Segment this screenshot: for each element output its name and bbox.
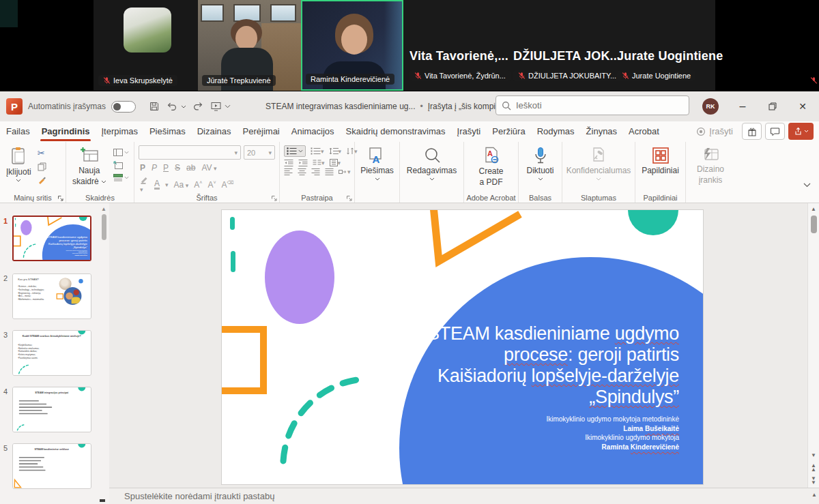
video-tile-1[interactable]: Ieva Skrupskelytė xyxy=(94,0,198,91)
previous-slide-button[interactable]: ▲▲ xyxy=(808,464,819,472)
slide-thumbnail-5[interactable]: STEAM kasdieninėse veiklose xyxy=(12,443,91,489)
tab-pagrindinis[interactable]: Pagrindinis xyxy=(42,122,90,141)
participant-entry[interactable]: Jurate Uogintiene Jurate Uogintiene xyxy=(611,0,715,91)
autosave-toggle[interactable] xyxy=(111,101,136,113)
tab-perejimai[interactable]: Perėjimai xyxy=(243,122,280,141)
account-avatar[interactable]: RK xyxy=(702,98,719,115)
slide-thumbnail-2[interactable]: Kas yra STEAM? •Science – mokslas; •Tech… xyxy=(12,273,91,319)
undo-dropdown-chevron[interactable] xyxy=(181,105,189,108)
slide-subtitle[interactable]: Ikimokyklinio ugdymo mokytoja metodinink… xyxy=(461,415,679,451)
search-input[interactable] xyxy=(516,100,666,110)
new-slide-button[interactable]: Nauja skaidrė xyxy=(69,144,110,189)
slide-thumbnail-3[interactable]: Kodėl STEAM svarbus ikimokykliniame amži… xyxy=(12,330,91,376)
change-case-button[interactable]: Aa ▾ xyxy=(174,180,189,190)
tab-irasyti[interactable]: Įrašyti xyxy=(457,122,481,141)
tab-piesimas[interactable]: Piešimas xyxy=(149,122,186,141)
tab-dizainas[interactable]: Dizainas xyxy=(197,122,231,141)
dictate-button[interactable]: Diktuoti xyxy=(521,144,559,183)
participant-entry[interactable]: Vita Tavorienė,... Vita Tavorienė, Žydrū… xyxy=(403,0,507,91)
powerpoint-logo-icon[interactable]: P xyxy=(6,98,23,115)
bold-button[interactable]: P xyxy=(140,163,145,173)
slide-thumbnail-4[interactable]: STEAM integracijos principai xyxy=(12,387,91,432)
record-button[interactable]: Įrašyti xyxy=(696,126,733,136)
clear-formatting-button[interactable]: A⌫ xyxy=(221,180,233,190)
tab-acrobat[interactable]: Acrobat xyxy=(629,122,659,141)
redo-button[interactable] xyxy=(189,98,207,115)
undo-button[interactable] xyxy=(163,98,181,115)
section-button[interactable] xyxy=(113,174,129,181)
search-box[interactable] xyxy=(495,95,689,115)
copy-button[interactable] xyxy=(38,162,46,171)
decrease-indent-button[interactable] xyxy=(284,160,293,166)
dialog-launcher-icon[interactable] xyxy=(57,195,63,201)
slide-title[interactable]: STEAM kasdieniniame ugdymo procese: gero… xyxy=(351,323,679,408)
grow-font-button[interactable]: A˄ xyxy=(194,180,202,190)
restore-button[interactable] xyxy=(758,91,788,121)
minimize-button[interactable]: – xyxy=(728,91,758,121)
dialog-launcher-icon[interactable] xyxy=(346,195,352,201)
notes-splitter-handle[interactable] xyxy=(100,499,105,502)
italic-button[interactable]: P xyxy=(152,163,157,173)
start-slideshow-button[interactable] xyxy=(207,98,225,115)
scroll-up-arrow[interactable]: ▲ xyxy=(808,206,819,213)
underline-button[interactable]: P xyxy=(163,163,169,173)
character-spacing-button[interactable]: AV ▾ xyxy=(201,163,216,173)
collapse-ribbon-chevron[interactable] xyxy=(803,183,811,188)
thumbnail-scrollbar[interactable]: ▲ xyxy=(100,206,108,501)
tab-rodymas[interactable]: Rodymas xyxy=(537,122,575,141)
addins-button[interactable]: Papildiniai xyxy=(638,144,682,178)
tab-animacijos[interactable]: Animacijos xyxy=(291,122,334,141)
increase-indent-button[interactable] xyxy=(298,160,308,166)
strikethrough-button[interactable]: S xyxy=(175,163,180,173)
font-size-combobox[interactable]: 20▾ xyxy=(244,145,275,160)
align-text-button[interactable]: ▾ xyxy=(330,159,341,166)
scroll-down-arrow[interactable]: ▼ xyxy=(808,452,819,459)
document-title-area[interactable]: STEAM integravimas kasdieniniame ug... •… xyxy=(265,102,529,111)
align-center-button[interactable] xyxy=(298,168,306,175)
line-spacing-button[interactable]: ▾ xyxy=(329,147,342,155)
scrollbar-thumb[interactable] xyxy=(102,214,106,240)
scrollbar-thumb[interactable] xyxy=(811,216,817,233)
whats-new-button[interactable] xyxy=(742,123,762,140)
design-tool-button[interactable]: Dizaino įrankis xyxy=(689,144,732,188)
main-vertical-scrollbar[interactable]: ▲ ▼ ▲▲ ▼▼ xyxy=(807,203,819,488)
text-highlight-button[interactable]: ▾ xyxy=(140,176,149,194)
dialog-launcher-icon[interactable] xyxy=(271,195,277,201)
confidentiality-button[interactable]: Konfidencialumas xyxy=(565,144,632,183)
share-button[interactable] xyxy=(788,123,814,140)
notes-pane[interactable]: Spustelėkite norėdami įtraukti pastabų ▲ xyxy=(109,488,819,504)
cut-button[interactable]: ✂ xyxy=(38,148,46,158)
align-left-button[interactable] xyxy=(284,168,293,175)
slide-thumbnail-1[interactable]: STEAM kasdieniniame ugdymo procese: gero… xyxy=(12,216,91,261)
video-tile-2[interactable]: Jūratė Trepkuvienė xyxy=(198,0,301,91)
editing-button[interactable]: Redagavimas xyxy=(403,144,461,183)
participant-entry[interactable]: DŽIULJETA JOK... DŽIULJETA JOKUBAITY... xyxy=(507,0,611,91)
scroll-up-arrow[interactable]: ▲ xyxy=(100,206,108,212)
reset-slide-button[interactable] xyxy=(113,161,129,169)
align-right-button[interactable] xyxy=(311,168,320,175)
quick-access-overflow-chevron[interactable] xyxy=(225,104,233,108)
draw-button[interactable]: A Piešimas xyxy=(358,144,397,183)
tab-failas[interactable]: Failas xyxy=(6,122,30,141)
next-slide-button[interactable]: ▼▼ xyxy=(808,477,819,485)
paste-button[interactable]: Įklijuoti xyxy=(3,144,35,185)
bullets-button[interactable] xyxy=(284,145,306,157)
columns-button[interactable]: ▾ xyxy=(313,160,325,166)
shrink-font-button[interactable]: A˅ xyxy=(207,180,216,190)
close-button[interactable]: ✕ xyxy=(788,91,818,121)
text-shadow-button[interactable]: ab xyxy=(186,163,195,173)
notes-scroll-arrow[interactable]: ▲ xyxy=(811,492,817,498)
save-button[interactable] xyxy=(145,98,163,115)
tab-zinynas[interactable]: Žinynas xyxy=(586,122,618,141)
font-color-button[interactable]: A xyxy=(154,180,160,190)
format-painter-button[interactable] xyxy=(38,175,46,184)
comments-button[interactable] xyxy=(765,123,785,140)
numbering-button[interactable]: ▾ xyxy=(311,147,324,155)
slide-layout-button[interactable] xyxy=(113,149,129,156)
font-name-combobox[interactable]: ▾ xyxy=(139,145,241,160)
create-pdf-button[interactable]: A Create a PDF xyxy=(467,144,515,190)
tab-iterpimas[interactable]: Įterpimas xyxy=(101,122,137,141)
tab-perziura[interactable]: Peržiūra xyxy=(492,122,525,141)
justify-button[interactable] xyxy=(325,168,334,175)
convert-to-smartart-button[interactable]: ▾ xyxy=(339,168,351,175)
